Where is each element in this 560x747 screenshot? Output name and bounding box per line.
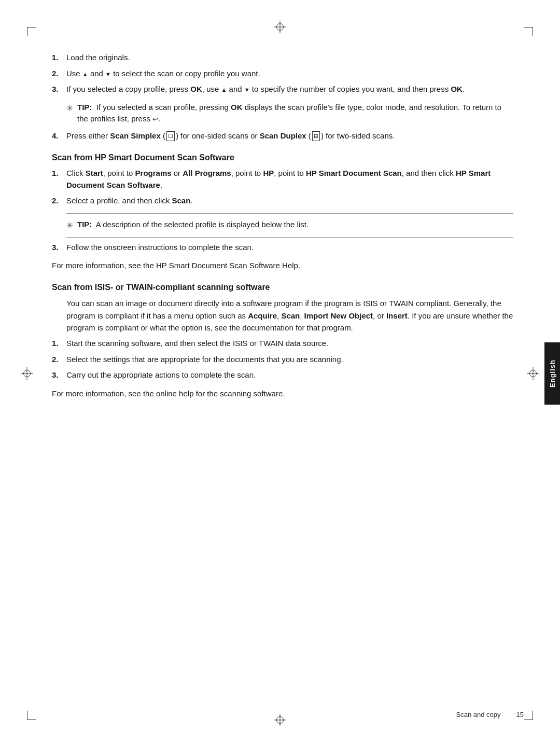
section2-heading: Scan from ISIS- or TWAIN-compliant scann… xyxy=(52,283,513,292)
arrow-up-icon xyxy=(82,69,88,78)
section2-step-3: 3. Carry out the appropriate actions to … xyxy=(52,369,513,381)
section2-more-info: For more information, see the online hel… xyxy=(52,388,513,399)
arrow-down-icon xyxy=(105,69,111,78)
side-tab-label: English xyxy=(549,359,556,388)
footer-page-number: 15 xyxy=(516,711,524,718)
section1-more-info: For more information, see the HP Smart D… xyxy=(52,259,513,271)
section1-steps-list: 1. Click Start, point to Programs or All… xyxy=(52,168,513,207)
section1-step-2: 2. Select a profile, and then click Scan… xyxy=(52,195,513,207)
corner-mark-top-left xyxy=(27,27,36,36)
crosshair-right xyxy=(527,367,539,380)
tip-sun-icon-2: ✳ xyxy=(66,219,73,232)
arrow-up-icon-2 xyxy=(221,85,227,93)
tip-1-text: TIP: If you selected a scan profile, pre… xyxy=(77,102,513,125)
footer-section-title: Scan and copy xyxy=(456,711,501,718)
section2-intro: You can scan an image or document direct… xyxy=(66,297,513,334)
main-content: 1. Load the originals. 2. Use and to sel… xyxy=(52,52,524,706)
intro-step-1: 1. Load the originals. xyxy=(52,52,513,64)
section1-step3-list: 3. Follow the onscreen instructions to c… xyxy=(52,242,513,254)
footer: Scan and copy 15 xyxy=(52,711,524,718)
crosshair-left xyxy=(21,367,33,380)
section2-step-2: 2. Select the settings that are appropri… xyxy=(52,354,513,366)
intro-step-3: 3. If you selected a copy profile, press… xyxy=(52,84,513,95)
intro-step-4: 4. Press either Scan Simplex (☐) for one… xyxy=(52,130,513,142)
section1-step-3: 3. Follow the onscreen instructions to c… xyxy=(52,242,513,254)
back-arrow-icon xyxy=(152,114,158,123)
section2-step-1: 1. Start the scanning software, and then… xyxy=(52,338,513,350)
crosshair-top xyxy=(274,21,286,33)
tip-box-1: ✳ TIP: If you selected a scan profile, p… xyxy=(66,102,513,125)
section1-step-1: 1. Click Start, point to Programs or All… xyxy=(52,168,513,191)
arrow-down-icon-2 xyxy=(244,85,250,93)
scan-simplex-icon: ☐ xyxy=(166,131,175,141)
intro-step-2: 2. Use and to select the scan or copy pr… xyxy=(52,68,513,80)
section1-heading: Scan from HP Smart Document Scan Softwar… xyxy=(52,153,513,162)
corner-mark-top-right xyxy=(524,27,533,36)
scan-duplex-icon: ⊞ xyxy=(312,131,320,141)
side-tab-english: English xyxy=(544,342,560,405)
corner-mark-bottom-right xyxy=(524,711,533,720)
tip-box-2: ✳ TIP: A description of the selected pro… xyxy=(66,219,513,232)
page: English 1. Load the originals. 2. Use an… xyxy=(0,0,560,747)
intro-steps-list: 1. Load the originals. 2. Use and to sel… xyxy=(52,52,513,95)
step4-list: 4. Press either Scan Simplex (☐) for one… xyxy=(52,130,513,142)
tip-2-text: TIP: A description of the selected profi… xyxy=(77,219,513,231)
divider-2 xyxy=(66,237,513,238)
corner-mark-bottom-left xyxy=(27,711,36,720)
section2-steps-list: 1. Start the scanning software, and then… xyxy=(52,338,513,381)
tip-sun-icon: ✳ xyxy=(66,102,73,115)
divider-1 xyxy=(66,213,513,214)
